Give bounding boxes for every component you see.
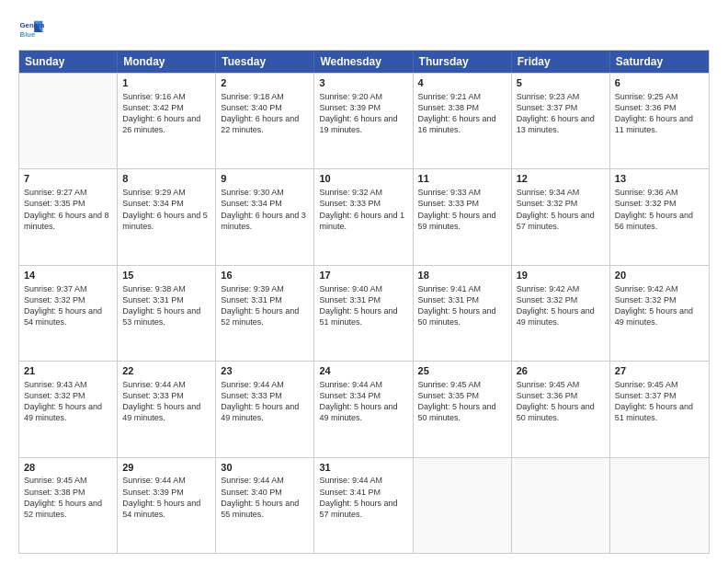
day-info: Sunrise: 9:39 AM Sunset: 3:31 PM Dayligh…	[221, 283, 309, 328]
day-info: Sunrise: 9:37 AM Sunset: 3:32 PM Dayligh…	[24, 283, 112, 328]
day-number: 30	[221, 461, 309, 475]
day-cell-30: 30Sunrise: 9:44 AM Sunset: 3:40 PM Dayli…	[216, 458, 314, 553]
header-day-saturday: Saturday	[610, 51, 709, 73]
day-info: Sunrise: 9:44 AM Sunset: 3:40 PM Dayligh…	[221, 475, 309, 520]
day-info: Sunrise: 9:34 AM Sunset: 3:32 PM Dayligh…	[517, 187, 605, 232]
logo: General Blue	[18, 17, 44, 42]
day-info: Sunrise: 9:44 AM Sunset: 3:33 PM Dayligh…	[122, 379, 210, 424]
day-number: 1	[122, 76, 210, 90]
day-cell-29: 29Sunrise: 9:44 AM Sunset: 3:39 PM Dayli…	[118, 458, 216, 553]
day-info: Sunrise: 9:40 AM Sunset: 3:31 PM Dayligh…	[319, 283, 407, 328]
calendar-body: 1Sunrise: 9:16 AM Sunset: 3:42 PM Daylig…	[19, 73, 709, 553]
day-info: Sunrise: 9:23 AM Sunset: 3:37 PM Dayligh…	[517, 91, 605, 136]
day-number: 11	[418, 172, 506, 186]
day-number: 9	[221, 172, 309, 186]
day-number: 12	[517, 172, 605, 186]
day-cell-18: 18Sunrise: 9:41 AM Sunset: 3:31 PM Dayli…	[414, 266, 512, 361]
day-info: Sunrise: 9:45 AM Sunset: 3:37 PM Dayligh…	[615, 379, 704, 424]
day-cell-28: 28Sunrise: 9:45 AM Sunset: 3:38 PM Dayli…	[19, 458, 118, 553]
day-cell-24: 24Sunrise: 9:44 AM Sunset: 3:34 PM Dayli…	[314, 362, 413, 456]
day-info: Sunrise: 9:29 AM Sunset: 3:34 PM Dayligh…	[122, 187, 210, 232]
calendar-row-1: 1Sunrise: 9:16 AM Sunset: 3:42 PM Daylig…	[19, 73, 709, 168]
day-info: Sunrise: 9:43 AM Sunset: 3:32 PM Dayligh…	[24, 379, 112, 424]
day-number: 5	[517, 76, 605, 90]
day-cell-25: 25Sunrise: 9:45 AM Sunset: 3:35 PM Dayli…	[414, 362, 512, 456]
svg-text:General: General	[20, 21, 44, 29]
day-number: 2	[221, 76, 309, 90]
day-number: 17	[319, 269, 407, 282]
day-cell-19: 19Sunrise: 9:42 AM Sunset: 3:32 PM Dayli…	[512, 266, 610, 361]
day-info: Sunrise: 9:25 AM Sunset: 3:36 PM Dayligh…	[615, 91, 704, 136]
day-info: Sunrise: 9:38 AM Sunset: 3:31 PM Dayligh…	[122, 283, 210, 328]
day-number: 31	[319, 461, 407, 475]
day-number: 23	[221, 364, 309, 378]
day-number: 19	[517, 269, 605, 282]
day-cell-14: 14Sunrise: 9:37 AM Sunset: 3:32 PM Dayli…	[19, 266, 118, 361]
day-info: Sunrise: 9:45 AM Sunset: 3:36 PM Dayligh…	[517, 379, 605, 424]
day-info: Sunrise: 9:45 AM Sunset: 3:38 PM Dayligh…	[24, 475, 112, 520]
day-info: Sunrise: 9:36 AM Sunset: 3:32 PM Dayligh…	[615, 187, 704, 232]
day-number: 6	[615, 76, 704, 90]
day-info: Sunrise: 9:42 AM Sunset: 3:32 PM Dayligh…	[615, 283, 704, 328]
day-cell-3: 3Sunrise: 9:20 AM Sunset: 3:39 PM Daylig…	[314, 74, 413, 168]
svg-text:Blue: Blue	[20, 30, 37, 39]
header: General Blue	[18, 17, 710, 42]
day-cell-20: 20Sunrise: 9:42 AM Sunset: 3:32 PM Dayli…	[610, 266, 709, 361]
empty-cell	[512, 458, 610, 553]
day-number: 27	[615, 364, 704, 378]
day-info: Sunrise: 9:18 AM Sunset: 3:40 PM Dayligh…	[221, 91, 309, 136]
day-cell-23: 23Sunrise: 9:44 AM Sunset: 3:33 PM Dayli…	[216, 362, 314, 456]
day-cell-31: 31Sunrise: 9:44 AM Sunset: 3:41 PM Dayli…	[314, 458, 413, 553]
day-cell-4: 4Sunrise: 9:21 AM Sunset: 3:38 PM Daylig…	[414, 74, 512, 168]
header-day-monday: Monday	[118, 51, 216, 73]
calendar-row-2: 7Sunrise: 9:27 AM Sunset: 3:35 PM Daylig…	[19, 168, 709, 264]
day-number: 25	[418, 364, 506, 378]
day-info: Sunrise: 9:44 AM Sunset: 3:33 PM Dayligh…	[221, 379, 309, 424]
empty-cell	[414, 458, 512, 553]
day-info: Sunrise: 9:21 AM Sunset: 3:38 PM Dayligh…	[418, 91, 506, 136]
day-info: Sunrise: 9:44 AM Sunset: 3:34 PM Dayligh…	[319, 379, 407, 424]
day-number: 3	[319, 76, 407, 90]
day-info: Sunrise: 9:27 AM Sunset: 3:35 PM Dayligh…	[24, 187, 112, 232]
day-number: 7	[24, 172, 112, 186]
day-info: Sunrise: 9:44 AM Sunset: 3:41 PM Dayligh…	[319, 475, 407, 520]
empty-cell	[19, 74, 118, 168]
day-cell-6: 6Sunrise: 9:25 AM Sunset: 3:36 PM Daylig…	[610, 74, 709, 168]
day-info: Sunrise: 9:33 AM Sunset: 3:33 PM Dayligh…	[418, 187, 506, 232]
day-info: Sunrise: 9:20 AM Sunset: 3:39 PM Dayligh…	[319, 91, 407, 136]
calendar-header-row: SundayMondayTuesdayWednesdayThursdayFrid…	[19, 51, 709, 73]
day-number: 18	[418, 269, 506, 282]
day-number: 14	[24, 269, 112, 282]
calendar: SundayMondayTuesdayWednesdayThursdayFrid…	[18, 50, 710, 554]
day-cell-2: 2Sunrise: 9:18 AM Sunset: 3:40 PM Daylig…	[216, 74, 314, 168]
day-number: 8	[122, 172, 210, 186]
day-number: 13	[615, 172, 704, 186]
day-info: Sunrise: 9:30 AM Sunset: 3:34 PM Dayligh…	[221, 187, 309, 232]
day-number: 29	[122, 461, 210, 475]
day-number: 28	[24, 461, 112, 475]
day-info: Sunrise: 9:16 AM Sunset: 3:42 PM Dayligh…	[122, 91, 210, 136]
page: General Blue SundayMondayTuesdayWednesda…	[0, 0, 728, 563]
day-info: Sunrise: 9:41 AM Sunset: 3:31 PM Dayligh…	[418, 283, 506, 328]
day-info: Sunrise: 9:44 AM Sunset: 3:39 PM Dayligh…	[122, 475, 210, 520]
day-number: 26	[517, 364, 605, 378]
day-number: 16	[221, 269, 309, 282]
day-number: 22	[122, 364, 210, 378]
header-day-tuesday: Tuesday	[216, 51, 314, 73]
calendar-row-3: 14Sunrise: 9:37 AM Sunset: 3:32 PM Dayli…	[19, 265, 709, 361]
day-number: 15	[122, 269, 210, 282]
day-number: 20	[615, 269, 704, 282]
day-cell-16: 16Sunrise: 9:39 AM Sunset: 3:31 PM Dayli…	[216, 266, 314, 361]
day-info: Sunrise: 9:42 AM Sunset: 3:32 PM Dayligh…	[517, 283, 605, 328]
calendar-row-4: 21Sunrise: 9:43 AM Sunset: 3:32 PM Dayli…	[19, 361, 709, 456]
header-day-friday: Friday	[512, 51, 610, 73]
day-cell-21: 21Sunrise: 9:43 AM Sunset: 3:32 PM Dayli…	[19, 362, 118, 456]
day-number: 21	[24, 364, 112, 378]
empty-cell	[610, 458, 709, 553]
header-day-wednesday: Wednesday	[314, 51, 413, 73]
day-info: Sunrise: 9:32 AM Sunset: 3:33 PM Dayligh…	[319, 187, 407, 232]
day-cell-9: 9Sunrise: 9:30 AM Sunset: 3:34 PM Daylig…	[216, 169, 314, 264]
day-cell-1: 1Sunrise: 9:16 AM Sunset: 3:42 PM Daylig…	[118, 74, 216, 168]
day-cell-13: 13Sunrise: 9:36 AM Sunset: 3:32 PM Dayli…	[610, 169, 709, 264]
calendar-row-5: 28Sunrise: 9:45 AM Sunset: 3:38 PM Dayli…	[19, 457, 709, 553]
